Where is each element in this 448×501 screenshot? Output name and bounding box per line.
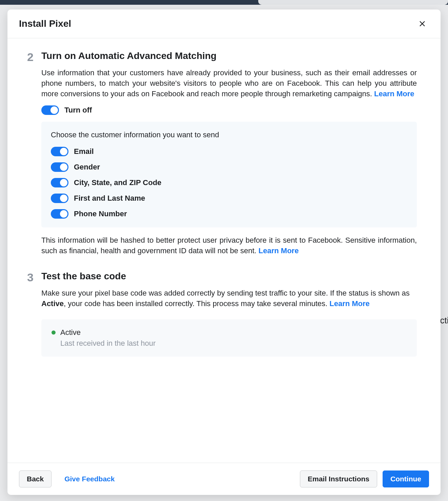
step-2-desc-text: Use information that your customers have… xyxy=(41,68,417,98)
option-row-phone: Phone Number xyxy=(51,209,407,219)
email-instructions-button[interactable]: Email Instructions xyxy=(300,470,377,487)
close-icon xyxy=(418,20,426,28)
step-number: 2 xyxy=(27,51,41,256)
modal-header: Install Pixel xyxy=(7,9,441,38)
option-row-city: City, State, and ZIP Code xyxy=(51,178,407,187)
option-label: Phone Number xyxy=(74,209,127,218)
learn-more-link[interactable]: Learn More xyxy=(374,89,414,98)
option-row-email: Email xyxy=(51,147,407,156)
option-label: Gender xyxy=(74,163,100,172)
advanced-matching-toggle[interactable] xyxy=(41,105,59,115)
step-3-description: Make sure your pixel base code was added… xyxy=(41,288,417,309)
modal-body: 2 Turn on Automatic Advanced Matching Us… xyxy=(7,38,441,463)
option-label: Email xyxy=(74,147,94,156)
step-3-heading: Test the base code xyxy=(41,271,417,282)
hash-note-text: This information will be hashed to bette… xyxy=(41,236,417,255)
email-toggle[interactable] xyxy=(51,147,68,156)
option-label: City, State, and ZIP Code xyxy=(74,178,161,187)
step-3: 3 Test the base code Make sure your pixe… xyxy=(27,271,417,356)
hash-note: This information will be hashed to bette… xyxy=(41,235,417,256)
step-2-heading: Turn on Automatic Advanced Matching xyxy=(41,51,417,61)
step-3-desc-post: , your code has been installed correctly… xyxy=(64,299,329,308)
step-3-desc-pre: Make sure your pixel base code was added… xyxy=(41,289,410,297)
step-3-learn-more-link[interactable]: Learn More xyxy=(329,299,370,308)
step-2-description: Use information that your customers have… xyxy=(41,67,417,99)
back-button[interactable]: Back xyxy=(19,470,52,487)
phone-number-toggle[interactable] xyxy=(51,209,68,219)
option-row-name: First and Last Name xyxy=(51,194,407,203)
step-2: 2 Turn on Automatic Advanced Matching Us… xyxy=(27,51,417,256)
option-row-gender: Gender xyxy=(51,162,407,172)
continue-button[interactable]: Continue xyxy=(383,470,429,487)
modal-footer: Back Give Feedback Email Instructions Co… xyxy=(7,463,441,495)
modal-title: Install Pixel xyxy=(19,18,71,29)
close-button[interactable] xyxy=(415,17,429,31)
pixel-status-panel: Active Last received in the last hour xyxy=(41,319,417,357)
city-state-zip-toggle[interactable] xyxy=(51,178,68,187)
status-dot-icon xyxy=(52,330,56,335)
first-last-name-toggle[interactable] xyxy=(51,194,68,203)
hash-learn-more-link[interactable]: Learn More xyxy=(259,246,299,255)
master-toggle-row: Turn off xyxy=(41,105,417,115)
install-pixel-modal: Install Pixel 2 Turn on Automatic Advanc… xyxy=(7,9,441,495)
give-feedback-button[interactable]: Give Feedback xyxy=(57,471,122,487)
status-line: Active xyxy=(52,328,407,337)
customer-info-panel: Choose the customer information you want… xyxy=(41,122,417,227)
step-number: 3 xyxy=(27,271,41,356)
panel-caption: Choose the customer information you want… xyxy=(51,131,407,139)
option-label: First and Last Name xyxy=(74,194,145,203)
status-subtext: Last received in the last hour xyxy=(60,339,407,348)
gender-toggle[interactable] xyxy=(51,162,68,172)
step-3-desc-bold: Active xyxy=(41,299,64,308)
status-label: Active xyxy=(60,328,81,337)
master-toggle-label: Turn off xyxy=(64,106,92,115)
